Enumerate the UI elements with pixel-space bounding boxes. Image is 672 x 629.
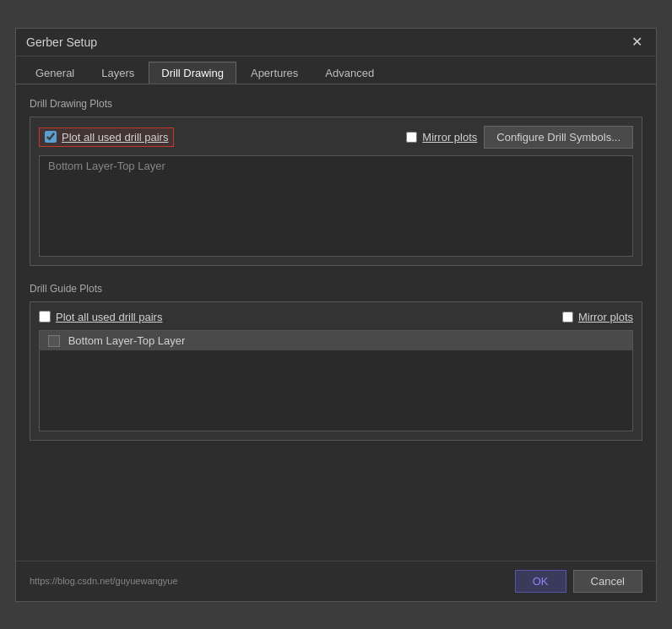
- plot-all-drill-pairs-drawing-checkbox[interactable]: [45, 131, 57, 143]
- dialog-title: Gerber Setup: [26, 35, 97, 49]
- dialog-footer: https://blog.csdn.net/guyuewangyue OK Ca…: [16, 561, 656, 601]
- drill-guide-plots-label: Drill Guide Plots: [30, 283, 642, 295]
- drill-drawing-plots-box: Plot all used drill pairs Mirror plots C…: [30, 117, 642, 266]
- drill-guide-plots-list: Bottom Layer-Top Layer: [39, 330, 633, 431]
- mirror-plots-guide-checkbox[interactable]: [562, 312, 573, 323]
- tab-bar: General Layers Drill Drawing Apertures A…: [16, 57, 656, 84]
- tab-content: Drill Drawing Plots Plot all used drill …: [16, 84, 656, 561]
- configure-drill-symbols-button[interactable]: Configure Drill Symbols...: [484, 126, 633, 149]
- footer-link: https://blog.csdn.net/guyuewangyue: [30, 576, 508, 586]
- cancel-button[interactable]: Cancel: [573, 570, 642, 593]
- drill-drawing-plots-section: Drill Drawing Plots Plot all used drill …: [30, 98, 642, 266]
- mirror-plots-drawing-checkbox[interactable]: [406, 132, 417, 143]
- drill-drawing-plots-list: Bottom Layer-Top Layer: [39, 155, 633, 257]
- list-item[interactable]: Bottom Layer-Top Layer: [40, 331, 632, 351]
- tab-drill-drawing[interactable]: Drill Drawing: [149, 62, 236, 84]
- gerber-setup-dialog: Gerber Setup ✕ General Layers Drill Draw…: [15, 28, 657, 602]
- plot-all-drill-pairs-guide-checkbox-item[interactable]: Plot all used drill pairs: [39, 311, 162, 323]
- mirror-plots-guide-label: Mirror plots: [578, 311, 633, 323]
- mirror-plots-guide-item[interactable]: Mirror plots: [562, 311, 633, 323]
- plot-all-drill-pairs-drawing-label: Plot all used drill pairs: [62, 131, 168, 144]
- tab-apertures[interactable]: Apertures: [238, 62, 311, 84]
- drill-guide-plots-box: Plot all used drill pairs Mirror plots B…: [30, 301, 642, 441]
- drill-drawing-plots-controls: Plot all used drill pairs Mirror plots C…: [39, 126, 633, 149]
- drill-drawing-plots-label: Drill Drawing Plots: [30, 98, 642, 110]
- tab-layers[interactable]: Layers: [89, 62, 147, 84]
- tab-advanced[interactable]: Advanced: [312, 62, 387, 84]
- plot-all-drill-pairs-drawing-checkbox-item[interactable]: Plot all used drill pairs: [39, 127, 174, 147]
- titlebar: Gerber Setup ✕: [16, 29, 656, 57]
- mirror-plots-drawing-label: Mirror plots: [422, 131, 477, 144]
- drill-guide-plots-section: Drill Guide Plots Plot all used drill pa…: [30, 283, 642, 441]
- tab-general[interactable]: General: [23, 62, 87, 84]
- mirror-plots-drawing-item[interactable]: Mirror plots: [406, 131, 477, 144]
- drill-guide-plots-controls: Plot all used drill pairs Mirror plots: [39, 311, 633, 323]
- plot-all-drill-pairs-guide-checkbox[interactable]: [39, 311, 51, 323]
- list-item[interactable]: Bottom Layer-Top Layer: [40, 156, 632, 176]
- ok-button[interactable]: OK: [515, 570, 566, 593]
- plot-all-drill-pairs-guide-label: Plot all used drill pairs: [56, 311, 162, 323]
- guide-list-item-checkbox: [48, 335, 60, 347]
- close-button[interactable]: ✕: [628, 35, 646, 49]
